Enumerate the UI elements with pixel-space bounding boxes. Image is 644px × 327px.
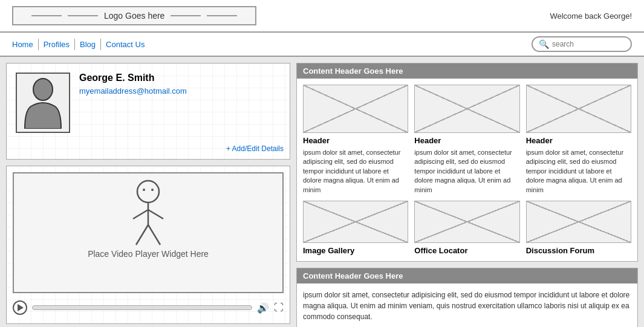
svg-line-8 — [148, 225, 160, 245]
svg-line-6 — [148, 210, 163, 219]
svg-point-2 — [143, 189, 145, 191]
placeholder-img-1 — [414, 85, 519, 133]
bottom-item-title-0: Image Gallery — [303, 246, 408, 255]
content-header-1: Content Header Goes Here — [297, 63, 637, 79]
top-header: Logo Goes here Welcome back George! — [0, 0, 644, 33]
avatar-box — [16, 73, 70, 133]
profile-email[interactable]: myemailaddress@hotmail.com — [79, 86, 187, 96]
nav-link-contact[interactable]: Contact Us — [101, 39, 149, 50]
search-input[interactable] — [552, 40, 625, 48]
progress-bar[interactable] — [32, 305, 252, 310]
play-button[interactable] — [13, 300, 27, 315]
nav-links: Home Profiles Blog Contact Us — [12, 39, 149, 50]
nav-link-home[interactable]: Home — [12, 39, 39, 50]
placeholder-img-bottom-1 — [414, 201, 519, 243]
stick-figure-icon — [124, 180, 172, 252]
profile-info: George E. Smith myemailaddress@hotmail.c… — [79, 73, 281, 96]
grid-item-text-1: ipsum dolor sit amet, consectetur adipis… — [414, 148, 519, 195]
logo-line-right — [171, 15, 201, 16]
right-panel: Content Header Goes Here Header ipsum do… — [296, 63, 638, 327]
svg-line-7 — [136, 225, 148, 245]
video-controls: 🔊 ⛶ — [13, 298, 284, 317]
main-content: George E. Smith myemailaddress@hotmail.c… — [0, 57, 644, 327]
svg-point-3 — [151, 189, 154, 191]
content-body-2: ipsum dolor sit amet, consectetur adipis… — [297, 283, 637, 327]
nav-link-blog[interactable]: Blog — [75, 39, 101, 50]
bottom-item-1: Office Locator — [414, 201, 519, 255]
welcome-text: Welcome back George! — [550, 11, 632, 21]
fullscreen-icon[interactable]: ⛶ — [274, 302, 284, 313]
bottom-item-title-1: Office Locator — [414, 246, 519, 255]
grid-item-title-0: Header — [303, 136, 408, 145]
nav-link-profiles[interactable]: Profiles — [39, 39, 75, 50]
grid-item-text-0: ipsum dolor sit amet, consectetur adipis… — [303, 148, 408, 195]
placeholder-img-bottom-2 — [526, 201, 631, 243]
bottom-item-title-2: Discussion Forum — [526, 246, 631, 255]
left-panel: George E. Smith myemailaddress@hotmail.c… — [6, 63, 290, 327]
placeholder-img-0 — [303, 85, 408, 133]
logo-text: Logo Goes here — [104, 11, 164, 21]
content-section-2: Content Header Goes Here ipsum dolor sit… — [296, 268, 638, 327]
nav-bar: Home Profiles Blog Contact Us 🔍 — [0, 33, 644, 57]
content-section-1: Content Header Goes Here Header ipsum do… — [296, 63, 638, 262]
placeholder-img-bottom-0 — [303, 201, 408, 243]
video-card: Place Video Player Widget Here 🔊 ⛶ — [6, 166, 290, 324]
svg-point-0 — [33, 79, 53, 100]
search-box[interactable]: 🔍 — [532, 36, 632, 52]
logo-box: Logo Goes here — [12, 6, 256, 25]
logo-line-left — [68, 15, 98, 16]
grid-item-2: Header ipsum dolor sit amet, consectetur… — [526, 85, 631, 195]
bottom-item-2: Discussion Forum — [526, 201, 631, 255]
grid-item-title-2: Header — [526, 136, 631, 145]
image-grid-bottom: Image Gallery Office Locator Discussion … — [297, 201, 637, 261]
bottom-item-0: Image Gallery — [303, 201, 408, 255]
svg-line-5 — [133, 210, 148, 219]
grid-item-title-1: Header — [414, 136, 519, 145]
play-triangle-icon — [18, 304, 24, 311]
search-icon: 🔍 — [539, 39, 549, 49]
image-grid-top: Header ipsum dolor sit amet, consectetur… — [297, 79, 637, 201]
profile-name: George E. Smith — [79, 73, 281, 83]
grid-item-text-2: ipsum dolor sit amet, consectetur adipis… — [526, 148, 631, 195]
video-player-area: Place Video Player Widget Here — [13, 172, 284, 293]
grid-item-1: Header ipsum dolor sit amet, consectetur… — [414, 85, 519, 195]
svg-point-1 — [137, 181, 159, 202]
grid-item-0: Header ipsum dolor sit amet, consectetur… — [303, 85, 408, 195]
volume-icon[interactable]: 🔊 — [257, 302, 269, 314]
profile-card: George E. Smith myemailaddress@hotmail.c… — [6, 63, 290, 160]
content-header-2: Content Header Goes Here — [297, 268, 637, 283]
placeholder-img-2 — [526, 85, 631, 133]
add-edit-link[interactable]: + Add/Edit Details — [226, 144, 284, 153]
avatar-silhouette — [22, 77, 64, 129]
video-placeholder-text: Place Video Player Widget Here — [88, 249, 209, 259]
